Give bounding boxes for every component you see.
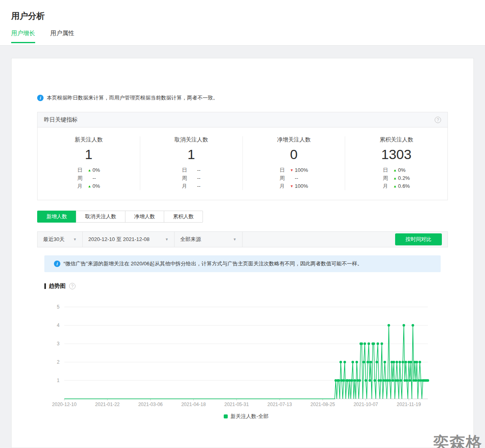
- period-label: 日: [280, 166, 290, 174]
- period-label: 月: [77, 182, 87, 190]
- series-tabs: 新增人数 取消关注人数 净增人数 累积人数: [37, 211, 448, 223]
- svg-text:5: 5: [57, 304, 60, 310]
- tab-net-new[interactable]: 净增人数: [125, 211, 164, 223]
- stat-value: 0.2%: [398, 174, 410, 182]
- period-label: 日: [383, 166, 393, 174]
- page-title: 用户分析: [11, 0, 474, 22]
- period-label: 周: [182, 174, 192, 182]
- svg-text:2021-07-13: 2021-07-13: [267, 402, 292, 407]
- section-marker: [44, 283, 46, 289]
- metric-row: 月 --: [182, 182, 201, 190]
- period-label: 月: [280, 182, 290, 190]
- metric-value: 1: [38, 147, 140, 162]
- metric-label: 净增关注人数: [243, 136, 345, 143]
- metric-unfollowers: 取消关注人数 1 日 -- 周 -- 月: [140, 136, 243, 190]
- date-range-select[interactable]: 2020-12-10 至 2021-12-08 ▼: [83, 232, 175, 247]
- metric-rows: 日 ▲ 0% 周 -- 月 ▲ 0%: [77, 166, 100, 190]
- date-range-value: 2020-12-10 至 2021-12-08: [88, 236, 149, 243]
- metric-total-followers: 累积关注人数 1303 日 ▲ 0% 周 ▲ 0.2% 月 ▲: [345, 136, 447, 190]
- svg-text:2: 2: [57, 359, 60, 365]
- help-icon[interactable]: ?: [69, 283, 76, 289]
- metric-row: 周 --: [182, 174, 201, 182]
- page-header: 用户分析 用户增长 用户属性: [0, 0, 485, 46]
- main-tabs: 用户增长 用户属性: [11, 30, 474, 43]
- svg-text:2021-04-18: 2021-04-18: [181, 402, 206, 407]
- info-icon: [37, 95, 44, 101]
- yesterday-metrics-panel: 昨日关键指标 ? 新关注人数 1 日 ▲ 0% 周 --: [37, 112, 448, 200]
- metric-row: 周 --: [280, 174, 308, 182]
- stat-value: 0.6%: [398, 182, 410, 190]
- stat-value: --: [197, 174, 201, 182]
- metric-row: 日 ▲ 0%: [383, 166, 410, 174]
- top-notice: 本页根据昨日数据来计算，而用户管理页根据当前数据计算，两者不一致。: [37, 94, 448, 102]
- trend-arrow-icon: ▼: [290, 182, 295, 190]
- stat-value: --: [92, 174, 96, 182]
- period-label: 周: [280, 174, 290, 182]
- info-icon: [54, 261, 60, 267]
- period-label: 月: [182, 182, 192, 190]
- chart-notice-text: “微信广告”来源的新增关注在 2020/06起从其他中拆分给出，计算方式与广告主…: [64, 260, 362, 267]
- user-growth-card: 本页根据昨日数据来计算，而用户管理页根据当前数据计算，两者不一致。 昨日关键指标…: [11, 58, 474, 448]
- metric-rows: 日 ▲ 0% 周 ▲ 0.2% 月 ▲ 0.6%: [383, 166, 410, 190]
- stat-value: --: [197, 182, 201, 190]
- metric-label: 新关注人数: [38, 136, 140, 143]
- help-icon[interactable]: ?: [435, 117, 441, 123]
- metric-rows: 日 -- 周 -- 月 --: [182, 166, 201, 190]
- trend-arrow-icon: ▲: [393, 174, 398, 182]
- stat-value: 100%: [295, 182, 308, 190]
- period-label: 日: [77, 166, 87, 174]
- legend-swatch: [224, 414, 228, 418]
- metric-new-followers: 新关注人数 1 日 ▲ 0% 周 -- 月 ▲: [38, 136, 140, 190]
- stat-value: 0%: [92, 166, 100, 174]
- svg-text:2021-03-06: 2021-03-06: [138, 402, 163, 407]
- chevron-down-icon: ▼: [73, 237, 77, 241]
- trend-arrow-icon: ▲: [393, 166, 398, 174]
- metric-label: 累积关注人数: [345, 136, 447, 143]
- metric-row: 周 ▲ 0.2%: [383, 174, 410, 182]
- tab-cumulative[interactable]: 累积人数: [164, 211, 203, 223]
- svg-text:4: 4: [57, 323, 60, 328]
- metric-row: 周 --: [77, 174, 100, 182]
- metric-row: 月 ▼ 100%: [280, 182, 308, 190]
- metric-rows: 日 ▼ 100% 周 -- 月 ▼ 100%: [280, 166, 308, 190]
- metric-value: 1: [140, 147, 242, 162]
- source-select[interactable]: 全部来源 ▼: [175, 232, 242, 247]
- svg-text:2021-08-25: 2021-08-25: [310, 402, 335, 407]
- time-range-value: 最近30天: [43, 236, 64, 243]
- trend-chart-title: 趋势图: [49, 283, 66, 290]
- metric-row: 日 ▲ 0%: [77, 166, 100, 174]
- metric-row: 月 ▲ 0%: [77, 182, 100, 190]
- svg-text:2020-12-10: 2020-12-10: [52, 402, 77, 407]
- stat-value: --: [197, 166, 201, 174]
- time-range-select[interactable]: 最近30天 ▼: [38, 232, 83, 247]
- tab-new-followers[interactable]: 新增人数: [37, 211, 76, 223]
- stat-value: 100%: [295, 166, 308, 174]
- watermark: 奕森格: [433, 432, 482, 448]
- chevron-down-icon: ▼: [165, 237, 169, 241]
- trend-arrow-icon: ▲: [87, 182, 92, 190]
- svg-text:3: 3: [57, 341, 60, 346]
- svg-text:2021-10-07: 2021-10-07: [354, 402, 378, 407]
- svg-text:2021-01-22: 2021-01-22: [95, 402, 120, 407]
- stat-value: 0%: [398, 166, 405, 174]
- chart-legend: 新关注人数-全部: [44, 413, 448, 420]
- period-label: 周: [383, 174, 393, 182]
- trend-chart: 123452020-12-102021-01-222021-03-062021-…: [44, 302, 448, 420]
- svg-text:1: 1: [57, 378, 60, 383]
- tab-user-growth[interactable]: 用户增长: [11, 30, 35, 43]
- metric-value: 1303: [345, 147, 447, 162]
- period-label: 月: [383, 182, 393, 190]
- metric-row: 月 ▲ 0.6%: [383, 182, 410, 190]
- metric-value: 0: [243, 147, 345, 162]
- metrics-panel-header: 昨日关键指标 ?: [38, 112, 447, 127]
- tab-unfollowers[interactable]: 取消关注人数: [76, 211, 125, 223]
- trend-chart-svg: 123452020-12-102021-01-222021-03-062021-…: [44, 302, 430, 407]
- stat-value: --: [295, 174, 298, 182]
- tab-user-attributes[interactable]: 用户属性: [50, 30, 74, 43]
- svg-text:2021-11-19: 2021-11-19: [397, 402, 421, 407]
- metric-net-new-followers: 净增关注人数 0 日 ▼ 100% 周 -- 月 ▼: [243, 136, 346, 190]
- metrics-panel-body: 新关注人数 1 日 ▲ 0% 周 -- 月 ▲: [38, 127, 447, 200]
- compare-by-time-button[interactable]: 按时间对比: [395, 233, 442, 245]
- trend-arrow-icon: ▼: [290, 166, 295, 174]
- period-label: 周: [77, 174, 87, 182]
